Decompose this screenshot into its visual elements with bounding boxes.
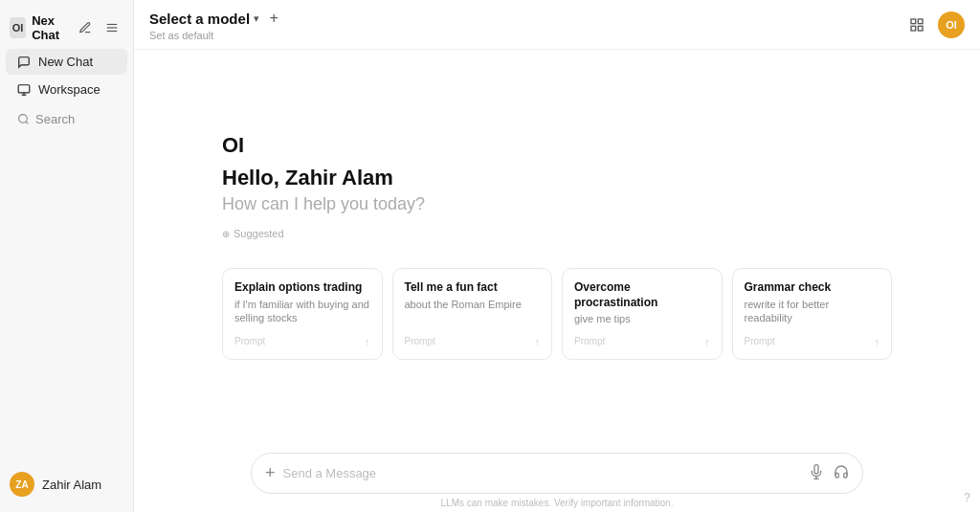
card-footer: Prompt ↑ [234, 328, 370, 347]
card-title: Explain options trading [234, 280, 370, 296]
topbar-user-avatar[interactable]: OI [938, 11, 965, 38]
sidebar-item-label: Workspace [38, 82, 100, 97]
greeting-section: OI Hello, Zahir Alam How can I help you … [222, 133, 892, 249]
topbar-right: OI [903, 11, 965, 38]
svg-rect-10 [911, 26, 916, 31]
svg-line-7 [26, 122, 28, 123]
disclaimer: LLMs can make mistakes. Verify important… [441, 498, 674, 508]
content-area: OI Hello, Zahir Alam How can I help you … [134, 50, 980, 443]
model-name: Select a model [149, 11, 250, 27]
card-prompt-label: Prompt [405, 336, 435, 346]
suggested-label: Suggested [222, 228, 284, 239]
card-title: Grammar check [745, 280, 880, 296]
card-footer: Prompt ↑ [745, 328, 880, 347]
user-name: Zahir Alam [42, 478, 101, 492]
svg-rect-3 [18, 84, 30, 92]
menu-button[interactable] [100, 16, 123, 39]
app-name: Nex Chat [32, 13, 74, 42]
suggestion-card-3[interactable]: Grammar check rewrite it for better read… [732, 268, 893, 359]
model-selector-top[interactable]: Select a model ▾ + [149, 8, 284, 29]
sidebar-logo: OI Nex Chat [10, 13, 74, 42]
card-arrow-icon: ↑ [365, 336, 370, 347]
user-avatar: ZA [10, 472, 34, 497]
card-prompt-label: Prompt [574, 336, 605, 346]
attach-button[interactable]: + [265, 463, 276, 483]
set-default-label[interactable]: Set as default [149, 30, 284, 41]
chevron-down-icon: ▾ [254, 12, 259, 25]
main-area: Select a model ▾ + Set as default OI OI … [134, 0, 980, 512]
card-arrow-icon: ↑ [535, 336, 541, 347]
greeting-title: Hello, Zahir Alam [222, 166, 393, 190]
greeting-logo: OI [222, 133, 244, 158]
card-subtitle: if I'm familiar with buying and selling … [234, 298, 370, 325]
search-placeholder: Search [35, 112, 75, 126]
svg-rect-8 [911, 19, 916, 24]
suggestion-card-2[interactable]: Overcome procrastination give me tips Pr… [562, 268, 723, 359]
card-prompt-label: Prompt [234, 336, 265, 346]
sidebar-item-label: New Chat [38, 55, 93, 69]
microphone-icon[interactable] [809, 464, 824, 483]
add-model-button[interactable]: + [263, 8, 284, 29]
sidebar-header: OI Nex Chat [0, 8, 133, 48]
search-icon [17, 113, 30, 125]
chat-icon [17, 56, 31, 69]
sidebar-item-new-chat[interactable]: New Chat [6, 49, 127, 75]
svg-rect-11 [918, 26, 923, 31]
user-profile[interactable]: ZA Zahir Alam [0, 464, 133, 504]
card-footer: Prompt ↑ [574, 328, 710, 347]
card-subtitle: about the Roman Empire [405, 298, 541, 311]
greeting-subtitle: How can I help you today? [222, 194, 425, 214]
svg-rect-9 [918, 19, 923, 24]
message-input-row: + [251, 453, 863, 494]
svg-point-6 [19, 115, 28, 123]
card-title: Tell me a fun fact [405, 280, 541, 296]
suggestion-card-1[interactable]: Tell me a fun fact about the Roman Empir… [392, 268, 553, 359]
help-icon[interactable]: ? [964, 491, 970, 504]
logo-icon: OI [10, 17, 26, 38]
card-prompt-label: Prompt [745, 336, 775, 346]
layout-icon [909, 17, 924, 33]
suggestion-cards: Explain options trading if I'm familiar … [222, 268, 892, 359]
card-arrow-icon: ↑ [875, 336, 880, 347]
model-selector[interactable]: Select a model ▾ + Set as default [149, 8, 284, 41]
sidebar: OI Nex Chat New Chat Workspace [0, 0, 134, 512]
topbar: Select a model ▾ + Set as default OI [134, 0, 980, 50]
sidebar-item-workspace[interactable]: Workspace [6, 77, 127, 102]
card-subtitle: rewrite it for better readability [745, 298, 880, 325]
suggestion-card-0[interactable]: Explain options trading if I'm familiar … [222, 268, 383, 359]
bottom-bar: + LLMs can m [134, 443, 980, 512]
input-icon-group [809, 464, 849, 483]
search-area[interactable]: Search [6, 107, 127, 131]
card-arrow-icon: ↑ [704, 336, 710, 347]
card-footer: Prompt ↑ [405, 328, 541, 347]
card-subtitle: give me tips [574, 312, 710, 325]
sidebar-icon-group [74, 16, 123, 39]
layout-icon-button[interactable] [903, 11, 930, 38]
headphone-icon[interactable] [834, 464, 849, 483]
workspace-icon [17, 83, 31, 97]
compose-button[interactable] [74, 16, 97, 39]
card-title: Overcome procrastination [574, 280, 710, 310]
message-input[interactable] [283, 466, 801, 480]
